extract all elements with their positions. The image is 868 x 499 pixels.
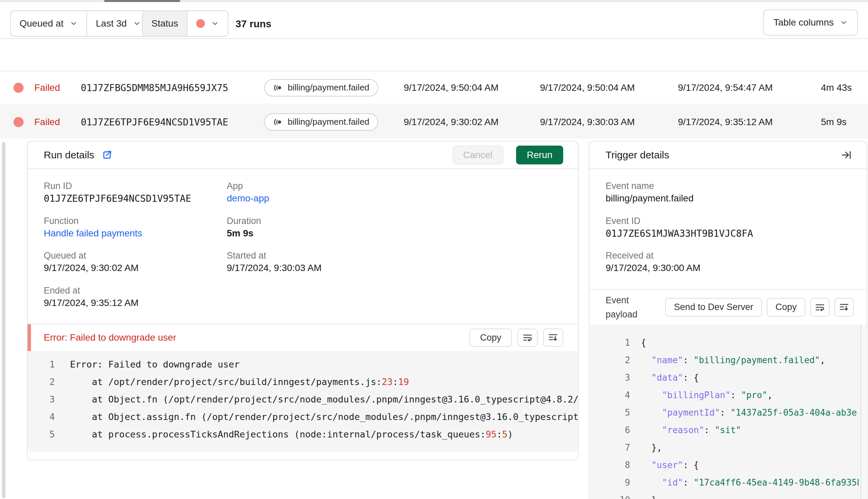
rerun-button[interactable]: Rerun [516,146,563,165]
code-line-text: at Object.assign.fn (/opt/render/project… [70,408,578,426]
scroll-to-bottom-icon [548,332,558,343]
code-line-text: "data": { [641,369,699,386]
code-line: 1 Error: Failed to downgrade user [28,356,578,373]
filters-toolbar: Queued at Last 3d Status 37 runs Table c… [0,2,868,39]
run-id-value: 01J7ZE6TPJF6E94NCSD1V95TAE [44,193,191,204]
event-payload-actions: Send to Dev Server Copy [665,298,854,317]
app-label: App [227,181,243,191]
send-to-dev-server-button[interactable]: Send to Dev Server [665,298,762,317]
duration-value: 5m 9s [821,117,846,127]
table-columns-label: Table columns [773,17,834,28]
chevron-down-icon [70,20,78,27]
line-number: 10 [590,491,630,499]
ended-at-label: Ended at [44,285,80,296]
status-filter-value-dropdown[interactable] [187,11,228,36]
status-label: Failed [34,117,60,127]
scroll-to-bottom-button[interactable] [543,329,563,347]
run-details-title: Run details [44,149,94,161]
event-payload-header: Event payload Send to Dev Server Copy [589,289,867,325]
code-line: 1 { [590,334,859,351]
event-payload-label: Event payload [606,293,660,321]
runs-table-header: Status Run ID Trigger Queued at Started … [0,39,868,71]
run-id: 01J7ZE6TPJF6E94NCSD1V95TAE [81,116,228,127]
duration-label: Duration [227,216,261,226]
started-at-value: 9/17/2024, 9:30:03 AM [227,263,322,273]
time-field-dropdown[interactable]: Queued at [11,11,86,36]
code-line-text: "paymentId": "1437a25f-05a3-404a-ab3e-d4… [641,404,859,421]
trigger-badge[interactable]: billing/payment.failed [264,79,378,97]
table-row-selected[interactable]: Failed 01J7ZE6TPJF6E94NCSD1V95TAE billin… [0,105,868,138]
wrap-text-button[interactable] [810,298,830,317]
code-line-text: { [641,334,646,351]
time-field-label: Queued at [20,18,63,29]
payload-scrollbar-line [860,325,861,499]
line-number: 1 [28,356,55,373]
queued-at-label: Queued at [44,251,86,261]
run-status: Failed [13,82,60,93]
code-line: 8 "user": { [590,456,859,474]
line-number: 4 [28,408,55,426]
code-line: 6 "reason": "sit" [590,421,859,439]
line-number: 2 [590,351,630,369]
event-payload-code-block: 1 { 2 "name": "billing/payment.failed", … [590,325,866,499]
trigger-badge-label: billing/payment.failed [288,117,370,127]
collapse-panel-icon[interactable] [841,149,852,161]
failed-status-dot-icon [196,19,205,28]
trigger-badge-label: billing/payment.failed [288,82,370,93]
code-line-text: "user": { [641,456,699,474]
code-line-text: }, [641,439,662,456]
started-at-label: Started at [227,251,266,261]
trigger-cell: billing/payment.failed [264,79,378,97]
payload-scrollbar-track[interactable] [861,325,866,499]
line-number: 8 [590,456,630,474]
event-name-value: billing/payment.failed [606,193,694,204]
event-pulse-icon [273,118,283,126]
cancel-button[interactable]: Cancel [453,146,503,165]
code-line-text: "reason": "sit" [641,421,741,439]
line-number: 4 [590,386,630,404]
queued-at-value: 9/17/2024, 9:30:02 AM [44,263,138,273]
copy-button[interactable]: Copy [767,298,805,317]
chevron-down-icon [133,20,141,27]
wrap-text-button[interactable] [517,329,538,347]
function-link[interactable]: Handle failed payments [44,228,142,239]
code-line: 4 "billingPlan": "pro", [590,386,859,404]
wrap-text-icon [522,332,533,343]
drawer-scrollbar[interactable] [2,142,5,498]
line-number: 6 [590,421,630,439]
duration-value: 4m 43s [821,82,852,93]
external-link-icon[interactable] [101,150,112,160]
code-line: 2 "name": "billing/payment.failed", [590,351,859,369]
chevron-down-icon [211,20,219,27]
timeframe-dropdown[interactable]: Last 3d [86,11,150,36]
ended-at-value: 9/17/2024, 9:54:47 AM [678,82,773,93]
event-id-value: 01J7ZE6S1MJWA33HT9B1VJC8FA [606,228,753,239]
queued-at-value: 9/17/2024, 9:50:04 AM [404,82,498,93]
error-title: Error: Failed to downgrade user [44,332,176,343]
ended-at-value: 9/17/2024, 9:35:12 AM [678,117,773,127]
copy-button[interactable]: Copy [469,329,512,347]
queued-at-value: 9/17/2024, 9:30:02 AM [404,117,498,127]
status-filter-label: Status [152,18,178,29]
table-columns-button[interactable]: Table columns [763,9,858,36]
line-number: 1 [590,334,630,351]
scroll-to-bottom-button[interactable] [834,298,854,317]
code-line: 9 "id": "17ca4ff6-45ea-4149-9b48-6fa935b… [590,474,859,491]
status-filter-label-segment[interactable]: Status [143,11,187,36]
duration-value: 5m 9s [227,228,253,239]
line-number: 5 [590,404,630,421]
code-line-text: at /opt/render/project/src/build/inngest… [70,373,409,391]
line-number: 3 [28,391,55,408]
code-line: 3 at Object.fn (/opt/render/project/src/… [28,391,578,408]
status-label: Failed [34,82,60,93]
code-line: 2 at /opt/render/project/src/build/innge… [28,373,578,391]
event-name-label: Event name [606,181,654,191]
trigger-badge[interactable]: billing/payment.failed [264,113,378,131]
app-link[interactable]: demo-app [227,193,269,204]
failed-status-dot-icon [13,117,24,127]
table-row[interactable]: Failed 01J7ZFBG5DMM85MJA9H659JX75 billin… [0,71,868,105]
code-line-text: "name": "billing/payment.failed", [641,351,825,369]
runs-count: 37 runs [236,18,272,29]
function-label: Function [44,216,79,226]
code-line: 7 }, [590,439,859,456]
